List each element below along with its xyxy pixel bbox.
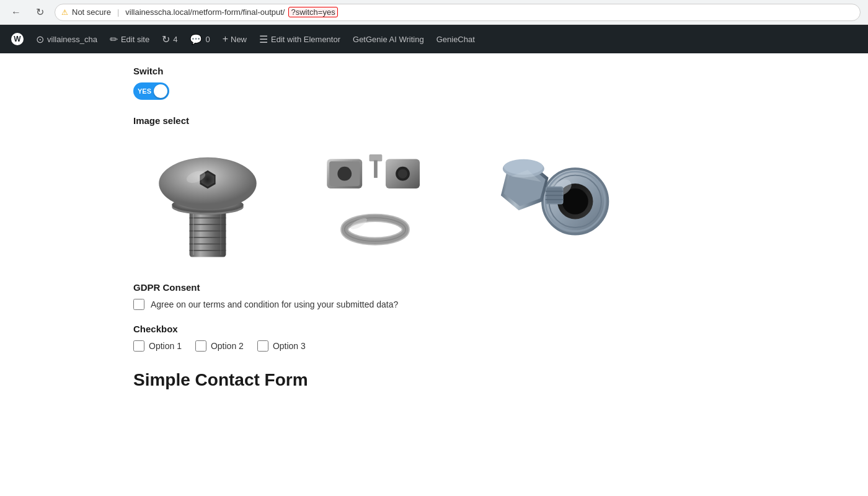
reload-icon: ↻ — [36, 6, 44, 18]
svg-rect-20 — [374, 160, 378, 177]
checkbox-options-row: Option 1 Option 2 Option 3 — [133, 340, 849, 352]
image-option-2[interactable] — [301, 133, 450, 264]
elementor-icon: ☰ — [259, 33, 268, 45]
url-base: villainesscha.local/metform-form/final-o… — [125, 7, 285, 17]
contact-form-heading: Simple Contact Form — [133, 370, 849, 390]
checkbox-section-label: Checkbox — [133, 324, 849, 334]
gdpr-checkbox-row: Agree on our terms and condition for usi… — [133, 299, 849, 310]
wp-logo-item[interactable]: W — [5, 25, 30, 53]
browser-bar: ← ↻ ⚠ Not secure | villainesscha.local/m… — [0, 0, 868, 25]
image-select-label: Image select — [133, 115, 849, 126]
back-button[interactable]: ← — [7, 4, 25, 21]
not-secure-text: Not secure — [72, 7, 111, 17]
gdpr-checkbox-label: Agree on our terms and condition for usi… — [151, 299, 398, 309]
getgenie-item[interactable]: GetGenie AI Writing — [347, 25, 430, 53]
gdpr-section: GDPR Consent Agree on our terms and cond… — [133, 282, 849, 310]
edit-site-item[interactable]: ✏ Edit site — [104, 25, 156, 53]
warning-icon: ⚠ — [61, 8, 68, 17]
bolt-image-3 — [471, 136, 614, 260]
toggle-yes-label: YES — [138, 87, 151, 95]
checkbox-option-2: Option 2 — [195, 340, 244, 352]
gdpr-label: GDPR Consent — [133, 282, 849, 293]
wp-logo: W — [11, 33, 24, 45]
checkbox-3-label: Option 3 — [273, 341, 306, 351]
address-bar[interactable]: ⚠ Not secure | villainesscha.local/metfo… — [55, 4, 861, 21]
toggle-switch[interactable]: YES — [133, 82, 169, 100]
plus-icon: + — [223, 33, 228, 45]
comments-count: 0 — [205, 35, 210, 44]
checkbox-option-3: Option 3 — [257, 340, 306, 352]
edit-icon: ✏ — [110, 33, 118, 45]
new-item[interactable]: + New — [216, 25, 253, 53]
updates-count: 4 — [173, 35, 177, 44]
elementor-item[interactable]: ☰ Edit with Elementor — [253, 25, 347, 53]
site-name-label: villainess_cha — [47, 35, 97, 44]
checkbox-1[interactable] — [133, 340, 144, 352]
edit-site-label: Edit site — [121, 35, 149, 44]
new-label: New — [231, 35, 247, 44]
wp-admin-bar: W ⊙ villainess_cha ✏ Edit site ↻ 4 💬 0 +… — [0, 25, 868, 53]
gdpr-checkbox[interactable] — [133, 299, 144, 310]
updates-item[interactable]: ↻ 4 — [156, 25, 184, 53]
checkbox-1-label: Option 1 — [149, 341, 182, 351]
switch-container: YES — [133, 82, 849, 100]
reload-button[interactable]: ↻ — [31, 4, 48, 21]
toggle-knob — [154, 84, 167, 98]
image-option-1[interactable] — [133, 133, 282, 264]
svg-point-18 — [337, 167, 352, 181]
bolt-image-2 — [313, 143, 437, 254]
checkbox-3[interactable] — [257, 340, 268, 352]
updates-icon: ↻ — [162, 33, 170, 45]
bolt-image-1 — [143, 136, 273, 260]
svg-point-23 — [398, 169, 407, 179]
geniechat-label: GenieChat — [436, 35, 475, 44]
main-content: Switch YES Image select — [0, 53, 868, 487]
checkbox-2[interactable] — [195, 340, 206, 352]
site-icon: ⊙ — [36, 33, 44, 45]
comments-icon: 💬 — [190, 33, 202, 45]
switch-label: Switch — [133, 66, 849, 76]
image-option-3[interactable] — [468, 133, 617, 264]
url-param: ?switch=yes — [288, 7, 337, 17]
checkbox-option-1: Option 1 — [133, 340, 182, 352]
site-name-item[interactable]: ⊙ villainess_cha — [30, 25, 104, 53]
elementor-label: Edit with Elementor — [271, 35, 340, 44]
checkbox-2-label: Option 2 — [211, 341, 244, 351]
comments-item[interactable]: 💬 0 — [184, 25, 216, 53]
back-icon: ← — [11, 7, 21, 18]
getgenie-label: GetGenie AI Writing — [353, 35, 424, 44]
checkbox-section: Checkbox Option 1 Option 2 Option 3 — [133, 324, 849, 352]
image-select-section: Image select — [133, 115, 849, 264]
separator: | — [117, 7, 119, 17]
image-select-grid — [133, 133, 849, 264]
geniechat-item[interactable]: GenieChat — [430, 25, 481, 53]
